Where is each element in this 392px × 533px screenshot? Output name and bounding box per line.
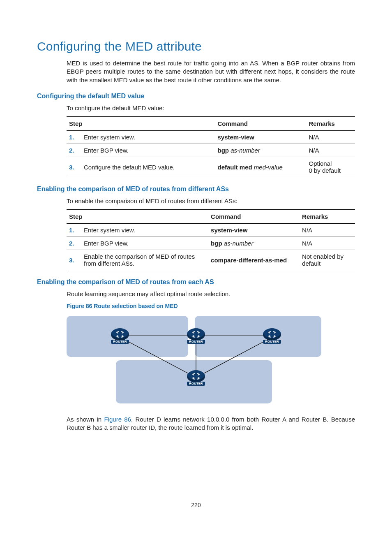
router-icon: ROUTER <box>111 328 129 344</box>
section-heading-each-as: Enabling the comparison of MED of routes… <box>37 278 355 286</box>
page-heading: Configuring the MED attribute <box>37 39 355 53</box>
figure-86: ROUTER ROUTER ROUTER ROUTER <box>67 313 321 407</box>
as-box <box>195 316 321 357</box>
router-icon: ROUTER <box>187 370 205 386</box>
section-heading-default-med: Configuring the default MED value <box>37 93 355 100</box>
table-diff-as: Step Command Remarks 1. Enter system vie… <box>67 209 355 270</box>
col-remarks: Remarks <box>306 117 355 131</box>
figure-caption: Figure 86 Route selection based on MED <box>67 303 355 309</box>
table-default-med: Step Command Remarks 1. Enter system vie… <box>67 116 355 177</box>
col-remarks: Remarks <box>300 210 355 224</box>
table-row: 1. Enter system view. system-view N/A <box>67 224 355 237</box>
table-row: 2. Enter BGP view. bgp as-number N/A <box>67 237 355 250</box>
section-lead: To enable the comparison of MED of route… <box>67 197 355 205</box>
figure-description: As shown in Figure 86, Router D learns n… <box>67 415 355 432</box>
table-row: 2. Enter BGP view. bgp as-number N/A <box>67 144 355 157</box>
col-step: Step <box>67 210 208 224</box>
section-heading-diff-as: Enabling the comparison of MED of routes… <box>37 185 355 193</box>
table-row: 3. Enable the comparison of MED of route… <box>67 250 355 270</box>
table-row: 1. Enter system view. system-view N/A <box>67 131 355 144</box>
section-lead: Route learning sequence may affect optim… <box>67 290 355 298</box>
table-row: 3. Configure the default MED value. defa… <box>67 157 355 177</box>
section-lead: To configure the default MED value: <box>67 104 355 112</box>
page-number: 220 <box>0 502 392 508</box>
figure-ref-link[interactable]: Figure 86 <box>104 416 131 423</box>
col-command: Command <box>208 210 300 224</box>
col-command: Command <box>215 117 306 131</box>
col-step: Step <box>67 117 215 131</box>
router-icon: ROUTER <box>187 328 205 344</box>
intro-paragraph: MED is used to determine the best route … <box>67 59 355 84</box>
router-icon: ROUTER <box>263 328 281 344</box>
